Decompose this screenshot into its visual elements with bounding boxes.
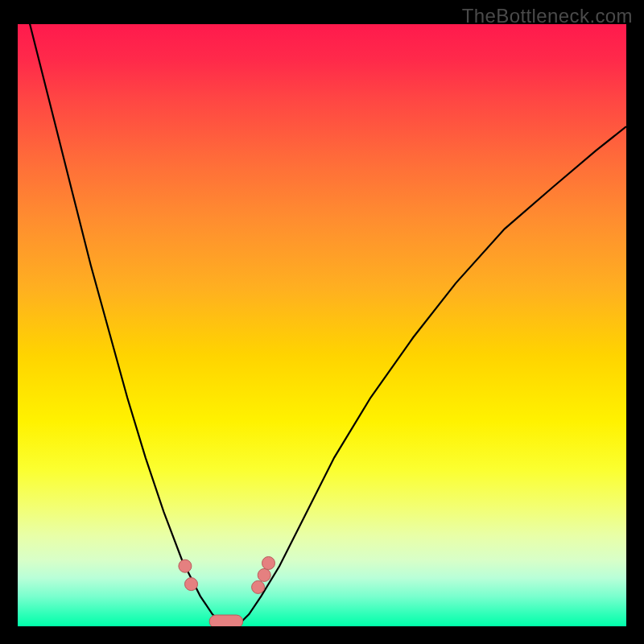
data-point bbox=[262, 557, 275, 570]
curve-layer bbox=[18, 24, 626, 626]
bottleneck-curve bbox=[18, 24, 626, 626]
plot-area bbox=[18, 24, 626, 626]
data-point bbox=[252, 580, 265, 593]
data-point bbox=[185, 578, 198, 591]
watermark-text: TheBottleneck.com bbox=[462, 5, 633, 27]
bottom-capsule bbox=[209, 615, 243, 626]
chart-viewport: TheBottleneck.com bbox=[0, 0, 644, 644]
data-point bbox=[179, 559, 192, 572]
data-markers bbox=[179, 557, 275, 627]
data-point bbox=[258, 568, 270, 581]
